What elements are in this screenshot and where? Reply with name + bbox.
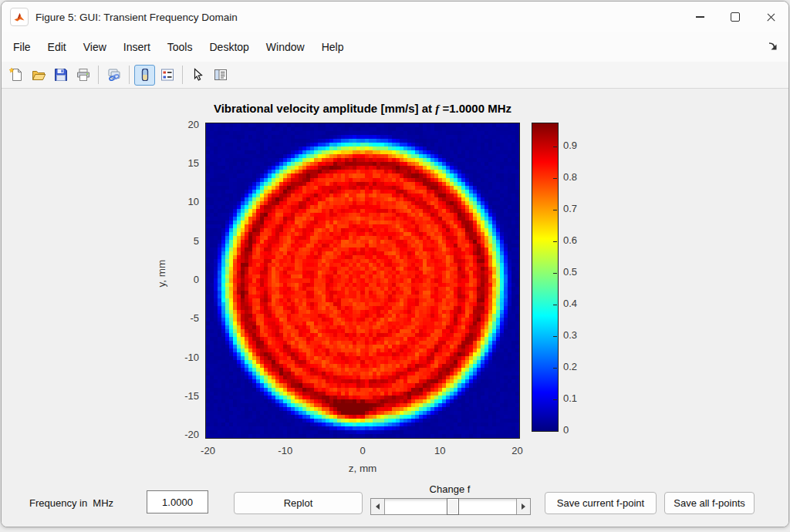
maximize-button[interactable] — [717, 2, 753, 32]
colorbar-tick-mark — [553, 399, 557, 400]
colorbar-tick-mark — [553, 431, 557, 432]
colorbar-tick-label: 0.7 — [563, 203, 594, 214]
y-tick-label: 0 — [168, 274, 199, 285]
menu-item-insert[interactable]: Insert — [115, 32, 159, 62]
y-tick-label: -20 — [168, 429, 199, 440]
minimize-button[interactable] — [682, 2, 717, 32]
frequency-input[interactable] — [147, 490, 208, 513]
colorbar-tick-label: 0.4 — [563, 298, 594, 309]
toolbar-separator — [98, 66, 99, 84]
print-icon — [76, 67, 91, 82]
open-file-button[interactable] — [28, 65, 49, 86]
window-title: Figure 5: GUI: Transient Frequency Domai… — [35, 12, 238, 23]
print-figure-button[interactable] — [73, 65, 93, 86]
pointer-arrow-icon — [191, 67, 206, 82]
menu-item-tools[interactable]: Tools — [159, 32, 201, 62]
frequency-slider[interactable] — [370, 498, 531, 515]
menu-item-edit[interactable]: Edit — [39, 32, 75, 62]
colorbar-tick-mark — [553, 336, 557, 337]
x-tick-label: 10 — [417, 445, 463, 456]
y-tick-label: 5 — [168, 235, 199, 247]
close-button[interactable] — [753, 2, 788, 32]
replot-button[interactable]: Replot — [234, 492, 363, 514]
slider-right-arrow[interactable] — [516, 499, 530, 514]
right-arrow-icon — [522, 503, 525, 510]
slider-left-arrow[interactable] — [371, 499, 385, 514]
y-axis-label: y, mm — [156, 247, 167, 301]
y-tick-label: 15 — [168, 157, 199, 169]
x-tick-label: -10 — [262, 445, 309, 456]
y-tick-label: -5 — [168, 312, 199, 324]
colorbar-tick-label: 0.1 — [563, 392, 594, 404]
frequency-label: Frequency in MHz — [29, 497, 113, 509]
figure-toolbar — [2, 62, 788, 89]
plot-browser-button[interactable] — [210, 65, 231, 86]
plot-title: Vibrational velocity amplitude [mm/s] at… — [131, 102, 594, 116]
menu-bar: FileEditViewInsertToolsDesktopWindowHelp — [2, 32, 788, 62]
colorbar-tick-label: 0.2 — [563, 361, 594, 372]
colorbar-tick-label: 0 — [563, 424, 594, 436]
x-tick-label: 20 — [494, 445, 540, 456]
edit-plot-button[interactable] — [187, 65, 208, 86]
colorbar-tick-label: 0.5 — [563, 266, 594, 278]
new-figure-button[interactable] — [5, 65, 26, 86]
matlab-logo-icon — [13, 11, 25, 23]
colorbar-tick-label: 0.3 — [563, 329, 594, 341]
figure-canvas-area: Vibrational velocity amplitude [mm/s] at… — [2, 89, 788, 527]
link-icon — [106, 67, 122, 82]
link-plot-button[interactable] — [103, 65, 124, 86]
plot-browser-icon — [213, 67, 228, 82]
colorbar-tick-label: 0.6 — [563, 234, 594, 246]
colorbar-tick-label: 0.8 — [563, 171, 594, 183]
slider-thumb[interactable] — [447, 498, 459, 515]
legend-icon — [160, 67, 175, 82]
dock-figure-icon[interactable] — [767, 40, 778, 54]
colorbar-tick-mark — [553, 273, 557, 274]
toolbar-separator — [129, 66, 130, 84]
y-tick-label: 10 — [168, 196, 199, 207]
menu-item-desktop[interactable]: Desktop — [201, 32, 257, 62]
colorbar-tick-label: 0.9 — [563, 140, 594, 151]
menu-item-view[interactable]: View — [75, 32, 115, 62]
maximize-icon — [731, 12, 740, 22]
new-document-icon — [8, 67, 24, 82]
close-icon — [766, 12, 776, 22]
insert-legend-button[interactable] — [157, 65, 177, 86]
menu-item-window[interactable]: Window — [258, 32, 313, 62]
y-tick-label: -15 — [168, 390, 199, 402]
matlab-figure-icon — [10, 8, 29, 26]
left-arrow-icon — [376, 503, 380, 510]
figure-window: Figure 5: GUI: Transient Frequency Domai… — [1, 1, 789, 527]
toolbar-separator — [182, 66, 183, 84]
save-figure-button[interactable] — [50, 65, 71, 86]
insert-colorbar-button[interactable] — [134, 65, 155, 86]
y-tick-label: -10 — [168, 352, 199, 363]
save-icon — [53, 67, 69, 82]
menu-item-help[interactable]: Help — [313, 32, 353, 62]
colorbar — [532, 123, 559, 432]
heatmap-plot — [205, 123, 520, 439]
colorbar-tick-mark — [553, 305, 557, 305]
colorbar-tick-mark — [553, 146, 557, 147]
x-axis-label: z, mm — [324, 463, 401, 474]
colorbar-icon — [137, 67, 153, 82]
title-bar: Figure 5: GUI: Transient Frequency Domai… — [2, 2, 788, 32]
colorbar-tick-mark — [553, 178, 557, 179]
save-current-fpoint-button[interactable]: Save current f-point — [545, 492, 657, 514]
colorbar-tick-mark — [553, 241, 557, 242]
minimize-icon — [696, 16, 704, 17]
save-all-fpoints-button[interactable]: Save all f-points — [664, 492, 755, 514]
open-folder-icon — [31, 67, 46, 82]
y-tick-label: 20 — [168, 119, 199, 130]
x-tick-label: 0 — [339, 445, 386, 456]
x-tick-label: -20 — [185, 445, 231, 456]
menu-item-file[interactable]: File — [5, 32, 39, 62]
slider-label: Change f — [403, 483, 497, 495]
colorbar-tick-mark — [553, 210, 557, 210]
colorbar-tick-mark — [553, 368, 557, 369]
